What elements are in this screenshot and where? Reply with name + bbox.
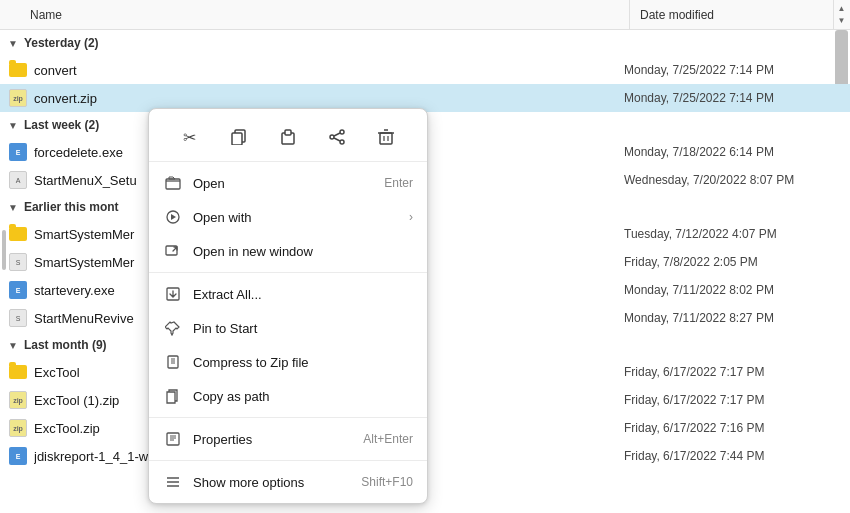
context-compress-label: Compress to Zip file <box>193 355 413 370</box>
context-open-label: Open <box>193 176 376 191</box>
svg-point-5 <box>330 135 334 139</box>
delete-icon[interactable] <box>370 121 402 153</box>
context-menu-open-with[interactable]: Open with › <box>149 200 427 234</box>
svg-line-7 <box>334 133 340 136</box>
extract-icon <box>163 284 183 304</box>
context-show-more-label: Show more options <box>193 475 353 490</box>
context-show-more-shortcut: Shift+F10 <box>361 475 413 489</box>
context-separator-2 <box>149 417 427 418</box>
copy-path-icon <box>163 386 183 406</box>
svg-rect-3 <box>285 130 291 135</box>
context-open-shortcut: Enter <box>384 176 413 190</box>
context-menu-toolbar: ✂ <box>149 113 427 162</box>
context-menu-pin[interactable]: Pin to Start <box>149 311 427 345</box>
context-open-with-label: Open with <box>193 210 409 225</box>
open-icon <box>163 173 183 193</box>
pin-icon <box>163 318 183 338</box>
context-menu-open[interactable]: Open Enter <box>149 166 427 200</box>
share-icon[interactable] <box>321 121 353 153</box>
compress-icon <box>163 352 183 372</box>
svg-rect-18 <box>168 356 178 368</box>
context-menu-copy-path[interactable]: Copy as path <box>149 379 427 413</box>
context-menu-overlay: ✂ <box>0 0 850 513</box>
context-properties-shortcut: Alt+Enter <box>363 432 413 446</box>
context-copy-path-label: Copy as path <box>193 389 413 404</box>
paste-icon[interactable] <box>272 121 304 153</box>
new-window-icon <box>163 241 183 261</box>
context-separator-3 <box>149 460 427 461</box>
context-open-new-window-label: Open in new window <box>193 244 413 259</box>
show-more-icon <box>163 472 183 492</box>
cut-icon[interactable]: ✂ <box>174 121 206 153</box>
context-menu-show-more[interactable]: Show more options Shift+F10 <box>149 465 427 499</box>
context-properties-label: Properties <box>193 432 355 447</box>
context-menu-extract[interactable]: Extract All... <box>149 277 427 311</box>
svg-line-8 <box>334 138 340 141</box>
context-extract-label: Extract All... <box>193 287 413 302</box>
svg-point-4 <box>340 130 344 134</box>
svg-rect-9 <box>380 133 392 144</box>
explorer-window: Name Date modified ▲ ▼ ▼ Yesterday (2) c… <box>0 0 850 513</box>
context-pin-label: Pin to Start <box>193 321 413 336</box>
context-menu-open-new-window[interactable]: Open in new window <box>149 234 427 268</box>
properties-icon <box>163 429 183 449</box>
context-menu: ✂ <box>148 108 428 504</box>
svg-rect-22 <box>167 433 179 445</box>
context-separator <box>149 272 427 273</box>
svg-rect-1 <box>232 133 242 145</box>
context-menu-properties[interactable]: Properties Alt+Enter <box>149 422 427 456</box>
chevron-right-icon: › <box>409 210 413 224</box>
svg-point-6 <box>340 140 344 144</box>
copy-icon[interactable] <box>223 121 255 153</box>
context-menu-compress[interactable]: Compress to Zip file <box>149 345 427 379</box>
open-with-icon <box>163 207 183 227</box>
